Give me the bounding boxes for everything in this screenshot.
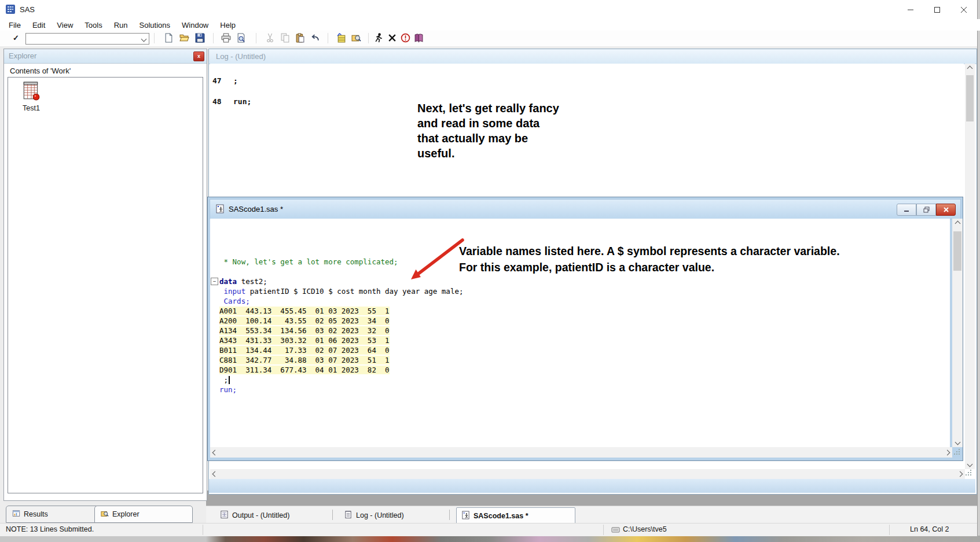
editor-horizontal-scrollbar[interactable] [210, 447, 952, 458]
log-line: 47; [212, 76, 238, 85]
toolbar-separator [328, 33, 328, 43]
scrollbar-thumb[interactable] [966, 75, 974, 121]
code-line: A134 553.34 134.56 03 02 2023 32 0 [219, 326, 463, 335]
title-bar[interactable]: SAS [0, 0, 977, 19]
log-line: 48run; [212, 97, 251, 106]
status-bar: NOTE: 13 Lines Submitted. C:\Users\tve5 … [0, 523, 977, 536]
resize-grip-icon[interactable] [965, 469, 973, 480]
copy-icon[interactable] [280, 32, 291, 44]
scrollbar-thumb[interactable] [953, 231, 961, 271]
fold-collapse-icon[interactable]: − [211, 278, 218, 285]
scroll-down-icon[interactable] [965, 459, 975, 469]
code-line [219, 227, 463, 237]
scroll-right-icon[interactable] [942, 447, 952, 458]
resize-grip-icon[interactable] [953, 448, 961, 459]
sas-program-icon [461, 511, 470, 521]
code-line: B011 134.44 17.33 02 07 2023 64 0 [219, 345, 463, 355]
editor-minimize-button[interactable] [897, 204, 916, 216]
new-document-icon[interactable] [163, 32, 175, 44]
stop-icon[interactable] [400, 32, 412, 44]
explorer-tab-icon [101, 510, 109, 519]
code-line: ; [219, 375, 463, 385]
help-book-icon[interactable] [413, 32, 425, 44]
code-line: D901 311.34 677.43 04 01 2023 82 0 [219, 365, 463, 375]
editor-window-title: SAScode1.sas * [229, 200, 283, 219]
scroll-left-icon[interactable] [210, 469, 220, 479]
folder-icon [611, 526, 621, 535]
menu-item[interactable]: View [51, 21, 79, 30]
editor-vertical-scrollbar[interactable] [952, 219, 963, 447]
code-line [219, 247, 463, 257]
output-window-icon [220, 510, 229, 521]
log-title-bar[interactable]: Log - (Untitled) [209, 49, 977, 64]
code-line: * Now, let's get a lot more complicated; [219, 257, 463, 267]
menu-item[interactable]: Run [108, 21, 134, 30]
code-line [219, 267, 463, 276]
menu-item[interactable]: File [3, 21, 27, 30]
editor-title-bar[interactable]: SAScode1.sas * [210, 199, 961, 219]
log-horizontal-scrollbar[interactable] [210, 469, 965, 479]
menu-bar: FileEditViewToolsRunSolutionsWindowHelp [0, 19, 980, 31]
editor-window-controls [897, 204, 956, 216]
command-combobox[interactable] [25, 33, 149, 45]
contents-label: Contents of 'Work' [10, 67, 71, 75]
maximize-button[interactable] [924, 0, 950, 19]
paste-icon[interactable] [295, 32, 306, 44]
tab-label: Explorer [112, 510, 140, 518]
print-icon[interactable] [221, 32, 232, 44]
toolbar-separator [154, 33, 155, 43]
scroll-right-icon[interactable] [955, 469, 965, 479]
close-button[interactable] [950, 0, 977, 19]
annotation-line: Variable names listed here. A $ symbol r… [459, 243, 840, 259]
menu-item[interactable]: Edit [27, 21, 51, 30]
scroll-left-icon[interactable] [210, 447, 220, 458]
log-window-title: Log - (Untitled) [216, 49, 266, 64]
dataset-item-test1[interactable]: Test1 [16, 81, 46, 112]
desktop-wallpaper-strip [0, 536, 980, 542]
menu-item[interactable]: Solutions [134, 21, 176, 30]
tab-editor-window[interactable]: SAScode1.sas * [456, 507, 575, 524]
code-line: C881 342.77 34.88 03 07 2023 51 1 [219, 355, 463, 365]
undo-icon[interactable] [310, 32, 321, 44]
code-line: input patientID $ ICD10 $ cost month day… [219, 286, 463, 296]
tab-label: Log - (Untitled) [356, 511, 404, 519]
explorer-icon[interactable] [351, 32, 362, 44]
tab-output-window[interactable]: Output - (Untitled) [215, 508, 331, 522]
cut-icon[interactable] [265, 32, 276, 44]
annotation-line: that actually may be [417, 131, 559, 146]
submit-icon[interactable] [373, 32, 385, 44]
save-icon[interactable] [194, 32, 206, 44]
tab-results[interactable]: Results [6, 506, 100, 523]
editor-close-button[interactable] [936, 204, 956, 216]
scroll-down-icon[interactable] [952, 437, 963, 447]
explorer-close-button[interactable]: x [193, 51, 204, 61]
status-separator [603, 525, 604, 535]
sas-program-icon [215, 204, 225, 216]
open-icon[interactable] [179, 32, 190, 44]
log-vertical-scrollbar[interactable] [965, 64, 975, 469]
code-line: run; [219, 385, 463, 394]
editor-annotation: Variable names listed here. A $ symbol r… [459, 243, 840, 275]
scroll-up-icon[interactable] [952, 219, 963, 228]
new-library-icon[interactable] [336, 32, 347, 44]
tab-explorer[interactable]: Explorer [94, 506, 193, 523]
code-area[interactable]: * Now, let's get a lot more complicated;… [219, 227, 463, 394]
tab-separator [449, 510, 450, 520]
explorer-contents[interactable]: Test1 [8, 77, 203, 493]
results-icon [12, 510, 20, 519]
scroll-up-icon[interactable] [965, 64, 975, 73]
dataset-table-icon [23, 93, 40, 102]
chevron-down-icon[interactable] [141, 36, 147, 42]
code-line: A001 443.13 455.45 01 03 2023 55 1 [219, 306, 463, 316]
menu-item[interactable]: Help [214, 21, 241, 30]
tab-log-window[interactable]: Log - (Untitled) [339, 508, 448, 522]
menu-item[interactable]: Window [176, 21, 214, 30]
minimize-button[interactable] [897, 0, 924, 19]
break-icon[interactable] [387, 32, 398, 44]
editor-content[interactable]: * Now, let's get a lot more complicated;… [210, 219, 950, 447]
print-preview-icon[interactable] [236, 32, 247, 44]
code-line: −data test2; [219, 276, 463, 286]
menu-item[interactable]: Tools [79, 21, 108, 30]
explorer-title-bar[interactable]: Explorer x [4, 49, 207, 64]
editor-restore-button[interactable] [916, 204, 936, 216]
